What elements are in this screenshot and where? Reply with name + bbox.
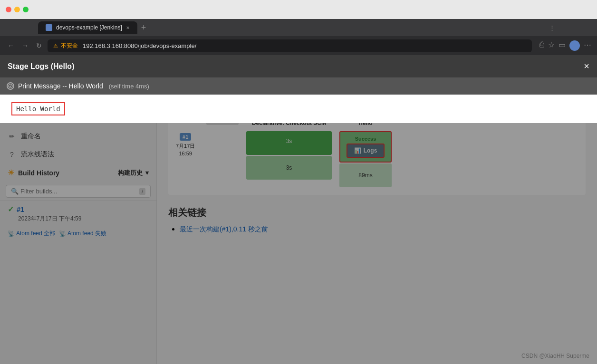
profile-icon[interactable] bbox=[569, 40, 580, 51]
security-warning: 不安全 bbox=[61, 42, 78, 50]
browser-chrome: devops-example [Jenkins] ✕ + ⋮ ← → ↻ ⚠ 不… bbox=[0, 0, 597, 55]
browser-menu-icon[interactable]: ⋮ bbox=[549, 24, 559, 31]
modal-header: Stage Logs (Hello) × bbox=[0, 55, 597, 77]
step-icon bbox=[7, 82, 14, 90]
refresh-button[interactable]: ↻ bbox=[34, 40, 44, 51]
tab-bar: devops-example [Jenkins] ✕ + ⋮ bbox=[0, 19, 597, 36]
page: ▷ Build with Parameters ⚙ 配置 🗑 删除 Pipeli… bbox=[0, 55, 597, 364]
stage-logs-modal: Stage Logs (Hello) × Print Message -- He… bbox=[0, 55, 597, 123]
modal-body: Hello World bbox=[0, 95, 597, 123]
sidebar-toggle-icon[interactable]: ▭ bbox=[558, 40, 566, 51]
new-tab-button[interactable]: + bbox=[141, 23, 146, 33]
back-button[interactable]: ← bbox=[6, 40, 16, 51]
bookmark-icon[interactable]: ☆ bbox=[548, 40, 555, 51]
fullscreen-traffic-light[interactable] bbox=[23, 7, 29, 12]
tab-title: devops-example [Jenkins] bbox=[56, 24, 122, 31]
title-bar bbox=[0, 0, 597, 19]
modal-overlay: Stage Logs (Hello) × Print Message -- He… bbox=[0, 55, 597, 364]
browser-tab[interactable]: devops-example [Jenkins] ✕ bbox=[38, 21, 137, 34]
modal-close-button[interactable]: × bbox=[584, 61, 589, 72]
modal-step: Print Message -- Hello World (self time … bbox=[0, 77, 597, 95]
log-output: Hello World bbox=[11, 102, 65, 115]
address-input[interactable]: ⚠ 不安全 192.168.3.160:8080/job/devops-exam… bbox=[48, 39, 532, 52]
tab-favicon bbox=[46, 24, 52, 31]
address-bar: ← → ↻ ⚠ 不安全 192.168.3.160:8080/job/devop… bbox=[0, 36, 597, 55]
forward-button[interactable]: → bbox=[20, 40, 30, 51]
lock-icon: ⚠ bbox=[53, 43, 58, 49]
tab-close-button[interactable]: ✕ bbox=[126, 25, 130, 30]
close-traffic-light[interactable] bbox=[6, 7, 11, 12]
extensions-icon[interactable]: ⋯ bbox=[584, 40, 591, 51]
share-icon[interactable]: ⎙ bbox=[539, 40, 544, 51]
traffic-lights bbox=[6, 7, 29, 12]
step-label: Print Message -- Hello World bbox=[18, 82, 103, 90]
minimize-traffic-light[interactable] bbox=[14, 7, 20, 12]
browser-toolbar-right: ⎙ ☆ ▭ ⋯ bbox=[539, 40, 591, 51]
modal-title: Stage Logs (Hello) bbox=[8, 62, 74, 71]
step-time: (self time 4ms) bbox=[109, 83, 149, 90]
url-text[interactable]: 192.168.3.160:8080/job/devops-example/ bbox=[83, 42, 196, 49]
